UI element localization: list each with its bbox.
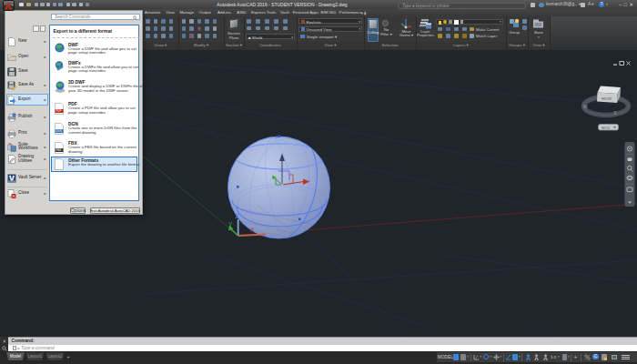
svg-text:PDF: PDF (56, 109, 61, 113)
svg-text:Y: Y (228, 221, 233, 228)
svg-text:X: X (250, 227, 255, 233)
svg-text:DGN: DGN (55, 129, 62, 133)
svg-text:WCS: WCS (602, 126, 610, 130)
svg-text:FRONT: FRONT (602, 97, 612, 101)
svg-text:FBX: FBX (56, 148, 62, 152)
svg-text:S: S (614, 111, 617, 116)
svg-text:W: W (583, 105, 588, 109)
svg-text:Z: Z (236, 213, 239, 219)
